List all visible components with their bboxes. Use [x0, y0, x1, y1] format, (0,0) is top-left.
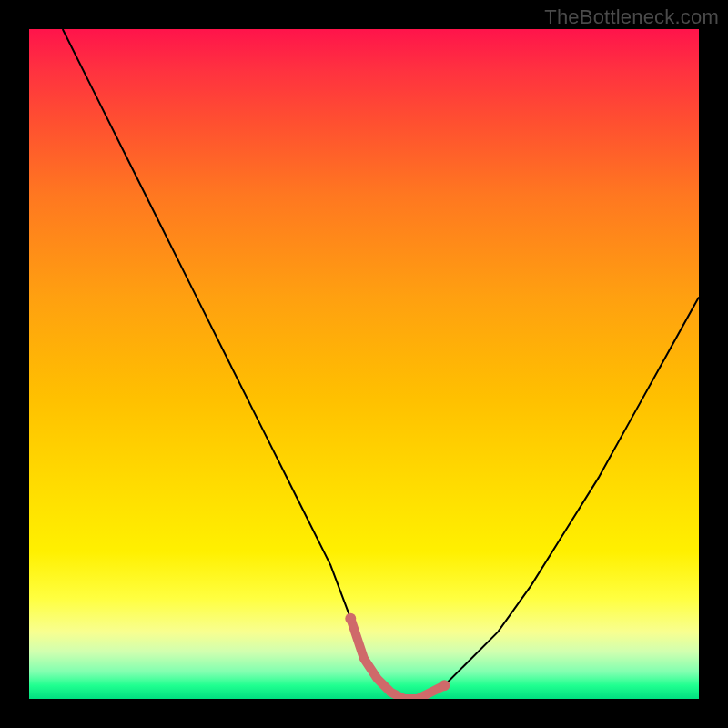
watermark-text: TheBottleneck.com: [544, 5, 719, 29]
curve-path: [63, 29, 699, 699]
marker-dot: [345, 613, 356, 624]
bottleneck-curve: [29, 29, 699, 699]
curve-path-group: [63, 29, 699, 699]
marker-group: [345, 613, 450, 699]
marker-segment: [350, 619, 444, 699]
plot-area: [29, 29, 699, 699]
chart-container: TheBottleneck.com: [0, 0, 728, 728]
marker-dot: [439, 680, 450, 691]
